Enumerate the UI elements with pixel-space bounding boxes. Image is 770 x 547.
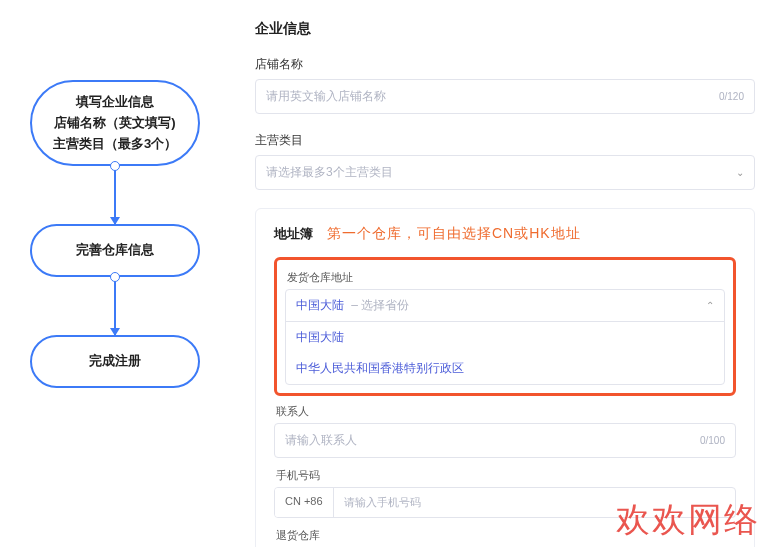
form-panel: 企业信息 店铺名称 请用英文输入店铺名称 0/120 主营类目 请选择最多3个主… — [210, 10, 770, 547]
store-name-input[interactable]: 请用英文输入店铺名称 0/120 — [255, 79, 755, 114]
address-annotation: 第一个仓库，可自由选择CN或HK地址 — [327, 225, 581, 243]
store-name-counter: 0/120 — [719, 91, 744, 102]
category-label: 主营类目 — [255, 132, 755, 149]
return-label: 退货仓库 — [276, 528, 736, 543]
dropdown-option-cn[interactable]: 中国大陆 — [286, 322, 724, 353]
phone-prefix-select[interactable]: CN +86 — [275, 488, 334, 517]
flow-arrow-icon — [114, 277, 116, 335]
address-title: 地址簿 — [274, 225, 313, 243]
contact-placeholder: 请输入联系人 — [285, 432, 357, 449]
address-card: 地址簿 第一个仓库，可自由选择CN或HK地址 发货仓库地址 中国大陆 – 选择省… — [255, 208, 755, 547]
chevron-down-icon: ⌄ — [736, 167, 744, 178]
chevron-up-icon: ⌃ — [706, 300, 714, 311]
phone-input[interactable]: 请输入手机号码 — [334, 488, 735, 517]
store-name-label: 店铺名称 — [255, 56, 755, 73]
category-field: 主营类目 请选择最多3个主营类目 ⌄ — [255, 132, 755, 190]
phone-input-row: CN +86 请输入手机号码 — [274, 487, 736, 518]
section-title: 企业信息 — [255, 20, 755, 38]
store-name-field: 店铺名称 请用英文输入店铺名称 0/120 — [255, 56, 755, 114]
dropdown-selected[interactable]: 中国大陆 – 选择省份 ⌃ — [286, 290, 724, 322]
category-select[interactable]: 请选择最多3个主营类目 ⌄ — [255, 155, 755, 190]
ship-address-dropdown[interactable]: 中国大陆 – 选择省份 ⌃ 中国大陆 中华人民共和国香港特别行政区 — [285, 289, 725, 385]
flow-step-1-line2: 店铺名称（英文填写) — [40, 113, 190, 134]
flow-arrow-icon — [114, 166, 116, 224]
contact-input[interactable]: 请输入联系人 0/100 — [274, 423, 736, 458]
dropdown-option-hk[interactable]: 中华人民共和国香港特别行政区 — [286, 353, 724, 384]
flow-step-1: 填写企业信息 店铺名称（英文填写) 主营类目（最多3个） — [30, 80, 200, 166]
category-placeholder: 请选择最多3个主营类目 — [266, 164, 393, 181]
flow-step-1-line3: 主营类目（最多3个） — [40, 134, 190, 155]
highlight-box: 发货仓库地址 中国大陆 – 选择省份 ⌃ 中国大陆 中华人民共和国香港特别行政区 — [274, 257, 736, 396]
flow-step-2: 完善仓库信息 — [30, 224, 200, 277]
flow-step-3: 完成注册 — [30, 335, 200, 388]
ship-address-label: 发货仓库地址 — [287, 270, 725, 285]
contact-counter: 0/100 — [700, 435, 725, 446]
dropdown-selected-value: 中国大陆 — [296, 298, 344, 312]
store-name-placeholder: 请用英文输入店铺名称 — [266, 88, 386, 105]
flow-diagram: 填写企业信息 店铺名称（英文填写) 主营类目（最多3个） 完善仓库信息 完成注册 — [20, 10, 210, 547]
contact-label: 联系人 — [276, 404, 736, 419]
flow-step-1-line1: 填写企业信息 — [40, 92, 190, 113]
phone-label: 手机号码 — [276, 468, 736, 483]
